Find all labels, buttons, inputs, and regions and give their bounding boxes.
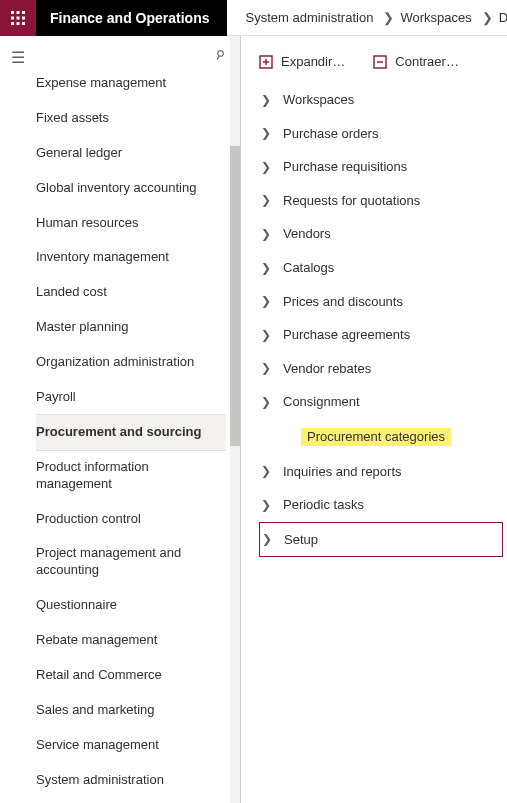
nav-item-service-management[interactable]: Service management	[36, 728, 226, 763]
nav-item-organization-administration[interactable]: Organization administration	[36, 345, 226, 380]
svg-rect-2	[22, 11, 25, 14]
chevron-right-icon: ❯	[259, 395, 273, 409]
chevron-right-icon: ❯	[259, 93, 273, 107]
svg-rect-5	[22, 17, 25, 20]
left-rail: ☰	[0, 36, 36, 803]
content-panel: Expandir… Contraer… ❯Workspaces ❯Purchas…	[241, 36, 507, 803]
tree-label: Periodic tasks	[283, 497, 364, 513]
scrollbar-vertical[interactable]	[230, 36, 240, 803]
app-launcher-button[interactable]	[0, 0, 36, 36]
tree-item-procurement-categories[interactable]: Procurement categories	[259, 419, 503, 455]
tree-item-workspaces[interactable]: ❯Workspaces	[259, 83, 503, 117]
pin-icon[interactable]: ⚲	[212, 47, 227, 64]
tree-label: Vendor rebates	[283, 361, 371, 377]
nav-item-rebate-management[interactable]: Rebate management	[36, 623, 226, 658]
nav-item-fixed-assets[interactable]: Fixed assets	[36, 101, 226, 136]
scrollbar-thumb[interactable]	[230, 146, 240, 446]
tree-label: Vendors	[283, 226, 331, 242]
chevron-right-icon: ❯	[259, 193, 273, 207]
main-area: ☰ ⚲ Expense management Fixed assets Gene…	[0, 36, 507, 803]
nav-item-global-inventory-accounting[interactable]: Global inventory accounting	[36, 171, 226, 206]
svg-rect-4	[17, 17, 20, 20]
nav-item-general-ledger[interactable]: General ledger	[36, 136, 226, 171]
breadcrumb-item[interactable]: Data	[499, 10, 507, 25]
tree-item-consignment[interactable]: ❯Consignment	[259, 385, 503, 419]
breadcrumb-item[interactable]: Workspaces	[400, 10, 471, 25]
waffle-icon	[10, 10, 26, 26]
chevron-right-icon: ❯	[259, 328, 273, 342]
tree-label: Consignment	[283, 394, 360, 410]
tree-label: Prices and discounts	[283, 294, 403, 310]
nav-item-sales-and-marketing[interactable]: Sales and marketing	[36, 693, 226, 728]
chevron-right-icon: ❯	[482, 10, 493, 25]
expand-all-label: Expandir…	[281, 54, 345, 69]
chevron-right-icon: ❯	[259, 126, 273, 140]
tree-item-purchase-agreements[interactable]: ❯Purchase agreements	[259, 318, 503, 352]
svg-rect-3	[11, 17, 14, 20]
nav-item-retail-and-commerce[interactable]: Retail and Commerce	[36, 658, 226, 693]
tree-label: Purchase orders	[283, 126, 378, 142]
tree-label: Workspaces	[283, 92, 354, 108]
svg-rect-1	[17, 11, 20, 14]
svg-rect-6	[11, 22, 14, 25]
svg-rect-7	[17, 22, 20, 25]
nav-item-landed-cost[interactable]: Landed cost	[36, 275, 226, 310]
nav-item-system-administration[interactable]: System administration	[36, 763, 226, 798]
breadcrumb: System administration ❯ Workspaces ❯ Dat…	[227, 0, 507, 36]
tree-item-purchase-requisitions[interactable]: ❯Purchase requisitions	[259, 150, 503, 184]
nav-item-questionnaire[interactable]: Questionnaire	[36, 588, 226, 623]
nav-item-inventory-management[interactable]: Inventory management	[36, 240, 226, 275]
tree-label: Purchase agreements	[283, 327, 410, 343]
tree-label: Purchase requisitions	[283, 159, 407, 175]
tree-item-requests-for-quotations[interactable]: ❯Requests for quotations	[259, 184, 503, 218]
top-bar: Finance and Operations System administra…	[0, 0, 507, 36]
tree-label: Catalogs	[283, 260, 334, 276]
chevron-right-icon: ❯	[259, 464, 273, 478]
tree-label: Setup	[284, 532, 318, 548]
tree-label: Requests for quotations	[283, 193, 420, 209]
chevron-right-icon: ❯	[259, 294, 273, 308]
tree-item-catalogs[interactable]: ❯Catalogs	[259, 251, 503, 285]
tree-item-setup[interactable]: ❯Setup	[259, 522, 503, 558]
chevron-right-icon: ❯	[259, 160, 273, 174]
nav-item-payroll[interactable]: Payroll	[36, 380, 226, 415]
hamburger-icon[interactable]: ☰	[11, 50, 25, 66]
nav-item-expense-management[interactable]: Expense management	[36, 66, 226, 101]
chevron-right-icon: ❯	[260, 532, 274, 546]
tree-label: Inquiries and reports	[283, 464, 402, 480]
collapse-all-label: Contraer…	[395, 54, 459, 69]
chevron-right-icon: ❯	[259, 227, 273, 241]
tree-item-inquiries-and-reports[interactable]: ❯Inquiries and reports	[259, 455, 503, 489]
chevron-right-icon: ❯	[259, 361, 273, 375]
action-bar: Expandir… Contraer…	[259, 54, 503, 69]
expand-all-button[interactable]: Expandir…	[259, 54, 345, 69]
tree-item-vendor-rebates[interactable]: ❯Vendor rebates	[259, 352, 503, 386]
nav-item-procurement-and-sourcing[interactable]: Procurement and sourcing	[36, 415, 226, 450]
nav-item-project-management-and-accounting[interactable]: Project management and accounting	[36, 536, 226, 588]
nav-item-human-resources[interactable]: Human resources	[36, 206, 226, 241]
svg-rect-8	[22, 22, 25, 25]
area-tree: ❯Workspaces ❯Purchase orders ❯Purchase r…	[259, 83, 503, 557]
chevron-right-icon: ❯	[383, 10, 394, 25]
minus-box-icon	[373, 55, 387, 69]
breadcrumb-item[interactable]: System administration	[245, 10, 373, 25]
nav-item-master-planning[interactable]: Master planning	[36, 310, 226, 345]
brand-title: Finance and Operations	[36, 0, 227, 36]
plus-box-icon	[259, 55, 273, 69]
chevron-right-icon: ❯	[259, 498, 273, 512]
tree-item-periodic-tasks[interactable]: ❯Periodic tasks	[259, 488, 503, 522]
tree-label: Procurement categories	[301, 428, 451, 446]
chevron-right-icon: ❯	[259, 261, 273, 275]
tree-item-prices-and-discounts[interactable]: ❯Prices and discounts	[259, 285, 503, 319]
tree-item-purchase-orders[interactable]: ❯Purchase orders	[259, 117, 503, 151]
tree-item-vendors[interactable]: ❯Vendors	[259, 217, 503, 251]
nav-item-production-control[interactable]: Production control	[36, 502, 226, 537]
svg-rect-0	[11, 11, 14, 14]
nav-item-product-information-management[interactable]: Product information management	[36, 450, 226, 502]
module-nav: ⚲ Expense management Fixed assets Genera…	[36, 36, 240, 803]
collapse-all-button[interactable]: Contraer…	[373, 54, 459, 69]
